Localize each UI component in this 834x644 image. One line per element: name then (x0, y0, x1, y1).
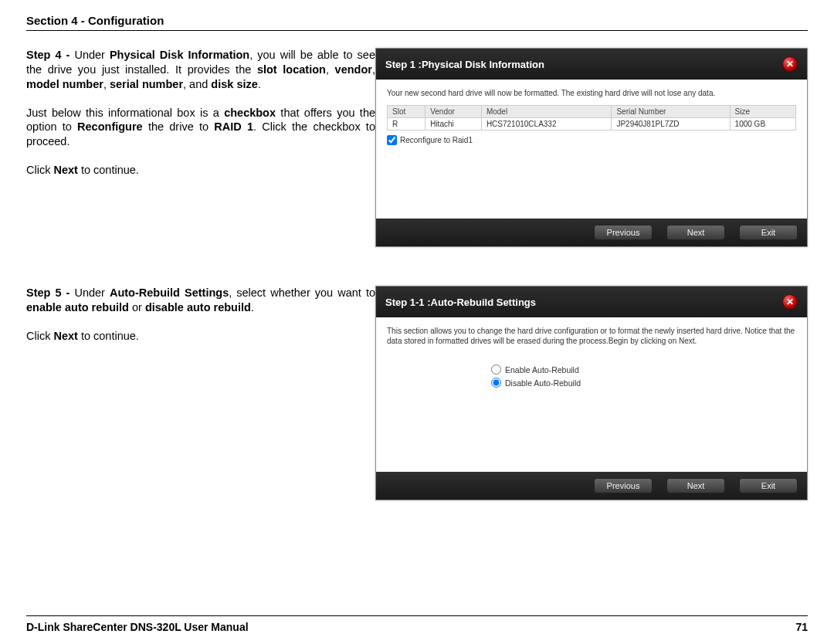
reconfigure-label: Reconfigure to Raid1 (400, 136, 473, 144)
footer-page: 71 (795, 621, 808, 633)
t: model number (26, 78, 103, 90)
t: checkbox (224, 107, 276, 119)
t: slot location (257, 63, 326, 76)
close-icon[interactable]: ✕ (782, 294, 798, 310)
previous-button[interactable]: Previous (594, 225, 653, 240)
section-header: Section 4 - Configuration (26, 14, 808, 31)
t: Click (26, 330, 53, 342)
t: Under (74, 286, 110, 299)
dialog2-header: Step 1-1 :Auto-Rebuild Settings ✕ (376, 286, 807, 317)
table-header-row: Slot Vendor Model Serial Number Size (388, 105, 796, 117)
t: to continue. (78, 330, 139, 342)
step5-p2: Click Next to continue. (26, 329, 375, 344)
dialog-auto-rebuild: Step 1-1 :Auto-Rebuild Settings ✕ This s… (375, 286, 808, 500)
step5-row: Step 5 - Under Auto-Rebuild Settings, se… (26, 286, 808, 500)
th-vendor: Vendor (425, 105, 482, 117)
dialog2-desc: This section allows you to change the ha… (387, 327, 796, 346)
step4-p3: Click Next to continue. (26, 163, 375, 178)
dialog1-title: Step 1 :Physical Disk Information (385, 59, 544, 70)
disable-radio-row[interactable]: Disable Auto-Rebuild (491, 378, 692, 388)
dialog2-title: Step 1-1 :Auto-Rebuild Settings (385, 297, 536, 308)
disable-label: Disable Auto-Rebuild (505, 378, 581, 388)
exit-button[interactable]: Exit (739, 478, 798, 493)
dialog2-body: This section allows you to change the ha… (376, 317, 807, 472)
table-row: R Hitachi HCS721010CLA332 JP2940J81PL7ZD… (388, 117, 796, 130)
next-button[interactable]: Next (666, 225, 725, 240)
step4-image: Step 1 :Physical Disk Information ✕ Your… (375, 48, 808, 247)
dialog1-header: Step 1 :Physical Disk Information ✕ (376, 49, 807, 80)
td-serial: JP2940J81PL7ZD (612, 117, 730, 130)
enable-radio[interactable] (491, 364, 501, 375)
t: enable auto rebuild (26, 301, 129, 314)
t: disable auto rebuild (145, 301, 251, 314)
th-slot: Slot (388, 105, 425, 117)
step4-row: Step 4 - Under Physical Disk Information… (26, 48, 808, 247)
enable-radio-row[interactable]: Enable Auto-Rebuild (491, 364, 692, 375)
step4-p2: Just below this informational box is a c… (26, 106, 375, 150)
disable-radio[interactable] (491, 378, 501, 388)
t: Just below this informational box is a (26, 107, 224, 119)
t: disk size (211, 78, 257, 90)
t: Next (53, 330, 77, 342)
t: vendor (335, 63, 372, 76)
step4-p1: Step 4 - Under Physical Disk Information… (26, 48, 375, 92)
t: Click (26, 164, 53, 176)
reconfigure-checkbox[interactable] (387, 135, 397, 145)
next-button[interactable]: Next (666, 478, 725, 493)
exit-button[interactable]: Exit (739, 225, 798, 240)
reconfigure-checkbox-row: Reconfigure to Raid1 (387, 135, 796, 145)
t: , select whether you want to (229, 286, 375, 299)
t: , and (183, 78, 211, 90)
radio-group: Enable Auto-Rebuild Disable Auto-Rebuild (491, 364, 692, 388)
enable-label: Enable Auto-Rebuild (505, 365, 579, 375)
t: to continue. (78, 164, 139, 176)
disk-table: Slot Vendor Model Serial Number Size R H… (387, 105, 796, 130)
step5-image: Step 1-1 :Auto-Rebuild Settings ✕ This s… (375, 286, 808, 500)
th-serial: Serial Number (612, 105, 730, 117)
dialog1-body: Your new second hard drive will now be f… (376, 80, 807, 219)
close-icon[interactable]: ✕ (782, 56, 798, 72)
step4-text: Step 4 - Under Physical Disk Information… (26, 48, 375, 247)
t: Physical Disk Information (110, 49, 249, 61)
t: Reconfigure (77, 120, 143, 133)
th-size: Size (730, 105, 795, 117)
footer-manual: D-Link ShareCenter DNS-320L User Manual (26, 621, 249, 633)
dialog2-footer: Previous Next Exit (376, 472, 807, 500)
td-vendor: Hitachi (425, 117, 482, 130)
previous-button[interactable]: Previous (594, 478, 653, 493)
t: Next (53, 164, 77, 176)
t: the drive to (143, 120, 215, 133)
step4-label: Step 4 - (26, 49, 74, 61)
page-footer: D-Link ShareCenter DNS-320L User Manual … (26, 615, 808, 633)
step5-text: Step 5 - Under Auto-Rebuild Settings, se… (26, 286, 375, 500)
dialog-physical-disk: Step 1 :Physical Disk Information ✕ Your… (375, 48, 808, 247)
td-slot: R (388, 117, 425, 130)
dialog1-desc: Your new second hard drive will now be f… (387, 89, 796, 99)
t: Auto-Rebuild Settings (110, 286, 229, 299)
t: serial number (110, 78, 183, 90)
t: or (129, 301, 145, 314)
step5-p1: Step 5 - Under Auto-Rebuild Settings, se… (26, 286, 375, 315)
td-model: HCS721010CLA332 (481, 117, 612, 130)
th-model: Model (481, 105, 612, 117)
step5-label: Step 5 - (26, 286, 74, 299)
dialog1-footer: Previous Next Exit (376, 219, 807, 246)
td-size: 1000 GB (730, 117, 795, 130)
t: RAID 1 (214, 120, 253, 133)
t: Under (74, 49, 110, 61)
